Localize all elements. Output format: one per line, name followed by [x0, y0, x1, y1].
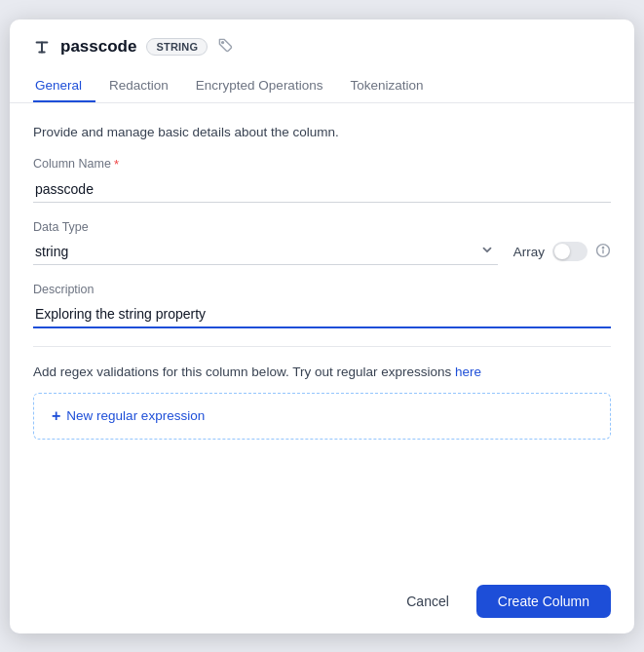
modal-header: passcode STRING General Redaction Encryp… [10, 19, 634, 103]
data-type-field: Data Type string integer boolean float d… [33, 220, 611, 265]
modal-body: Provide and manage basic details about t… [10, 103, 634, 569]
tab-general[interactable]: General [33, 70, 95, 102]
column-name-input[interactable] [33, 176, 611, 203]
column-name-label: Column Name * [33, 157, 611, 172]
data-type-select[interactable]: string integer boolean float date [33, 239, 498, 265]
column-name-title: passcode [60, 37, 136, 57]
column-type-icon [33, 38, 51, 56]
array-info-icon[interactable] [595, 243, 611, 261]
tab-encrypted-operations[interactable]: Encrypted Operations [182, 70, 337, 102]
type-badge: STRING [146, 38, 208, 56]
title-row: passcode STRING [33, 37, 611, 57]
modal-container: passcode STRING General Redaction Encryp… [10, 19, 634, 633]
required-indicator: * [114, 157, 119, 172]
svg-point-3 [222, 41, 224, 43]
tag-icon[interactable] [217, 37, 233, 57]
data-type-row: string integer boolean float date Array [33, 239, 611, 265]
array-toggle[interactable] [552, 242, 587, 261]
create-column-button[interactable]: Create Column [476, 585, 611, 618]
svg-point-6 [602, 247, 603, 248]
tab-bar: General Redaction Encrypted Operations T… [33, 70, 611, 102]
regex-description: Add regex validations for this column be… [33, 364, 611, 379]
add-regex-label: New regular expression [66, 408, 205, 423]
divider [33, 346, 611, 347]
column-name-field: Column Name * [33, 157, 611, 203]
description-label: Description [33, 283, 611, 296]
data-type-label: Data Type [33, 220, 611, 234]
add-regex-button[interactable]: + New regular expression [33, 393, 611, 440]
regex-link[interactable]: here [455, 364, 481, 379]
description-field: Description [33, 283, 611, 328]
data-type-select-wrap: string integer boolean float date [33, 239, 498, 265]
cancel-button[interactable]: Cancel [391, 586, 465, 617]
section-description: Provide and manage basic details about t… [33, 125, 611, 139]
array-label: Array [513, 245, 545, 259]
array-toggle-wrap: Array [513, 242, 611, 261]
tab-redaction[interactable]: Redaction [95, 70, 182, 102]
modal-footer: Cancel Create Column [10, 569, 634, 633]
description-input[interactable] [33, 301, 611, 328]
plus-icon: + [52, 407, 60, 425]
toggle-knob [554, 244, 570, 259]
tab-tokenization[interactable]: Tokenization [336, 70, 436, 102]
